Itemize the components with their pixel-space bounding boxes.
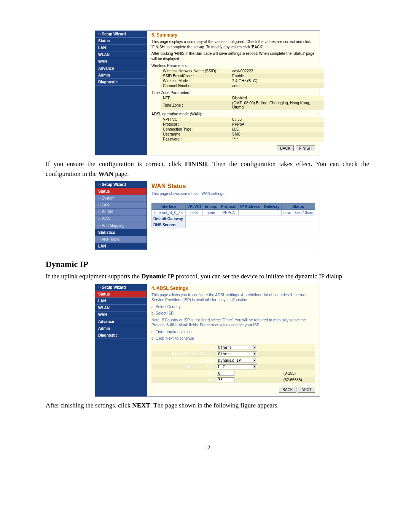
next-button[interactable]: NEXT <box>298 387 315 393</box>
sidebar-item[interactable]: Admin <box>95 72 147 79</box>
body-text: If the uplink equipment supports the Dyn… <box>46 272 369 281</box>
sidebar-subitem[interactable]: ›› ARP Table <box>95 236 147 243</box>
connection-type-select[interactable]: LLC <box>217 364 257 369</box>
step-text: c. Enter required values. <box>151 329 315 335</box>
section-heading: Wireless Parameters: <box>151 64 315 68</box>
sidebar-item-status[interactable]: Status <box>95 188 147 195</box>
step-text: b. Select ISP. <box>151 311 315 316</box>
wireless-params-table: Wireless Network Name (SSID) :adsl-00222… <box>161 69 324 88</box>
section-heading: ADSL operation mode (WAN): <box>151 112 315 116</box>
sidebar-subitem[interactable]: ›› System <box>95 195 147 202</box>
page-title: WAN Status <box>151 183 315 190</box>
protocol-select[interactable]: Dynamic IP <box>217 358 257 363</box>
adsl-form: Country Others Internet Service Provider… <box>151 344 315 383</box>
step-text: a. Select Country. <box>151 304 315 310</box>
sidebar-item[interactable]: Status <box>95 38 147 45</box>
sidebar: ›› Setup Wizard Status LAN WLAN WAN Adva… <box>95 284 147 396</box>
sidebar-item[interactable]: Advance <box>95 65 147 72</box>
sidebar-item[interactable]: ›› Setup Wizard <box>95 31 147 38</box>
page-number: 12 <box>46 444 369 451</box>
sidebar-subitem[interactable]: ›› WLAN <box>95 209 147 216</box>
screenshot-wan-status: ›› Setup Wizard Status ›› System ›› LAN … <box>95 181 320 250</box>
page-title: 4. ADSL Settings <box>151 286 315 291</box>
sidebar-item[interactable]: LAN <box>95 45 147 51</box>
screenshot-adsl-settings: ›› Setup Wizard Status LAN WLAN WAN Adva… <box>95 284 320 397</box>
table-row: Internet_R_0_35 0/35 none PPPoA down 0se… <box>152 209 315 216</box>
back-button[interactable]: BACK <box>279 387 296 393</box>
body-text: This page allows you to configure the AD… <box>151 292 315 303</box>
sidebar-item[interactable]: WAN <box>95 312 147 318</box>
sidebar-item[interactable]: ›› Setup Wizard <box>95 284 147 291</box>
country-select[interactable]: Others <box>217 345 257 350</box>
screenshot-summary: ›› Setup Wizard Status LAN WLAN WAN Adva… <box>95 30 320 155</box>
sidebar-item[interactable]: Statistics <box>95 229 147 236</box>
sidebar-item[interactable]: WLAN <box>95 305 147 312</box>
sidebar-item[interactable]: WLAN <box>95 51 147 58</box>
page-title: 5. Summary <box>151 32 315 38</box>
sidebar-item[interactable]: LAN <box>95 298 147 305</box>
sidebar-subitem[interactable]: ›› Port Mapping <box>95 222 147 229</box>
section-heading: Time Zone Parameters: <box>151 91 315 95</box>
summary-content: 5. Summary This page displays a summary … <box>147 31 320 155</box>
finish-button[interactable]: FINISH <box>296 145 315 151</box>
isp-select[interactable]: Others <box>217 351 257 356</box>
heading-dynamic-ip: Dynamic IP <box>46 259 369 269</box>
summary-text: After clicking 'FINISH' the Barricade wi… <box>151 51 315 61</box>
sidebar-item[interactable]: Status <box>95 291 147 298</box>
sidebar-subitem[interactable]: ›› LAN <box>95 202 147 209</box>
vpi-input[interactable]: 0 <box>217 371 234 376</box>
sidebar-item[interactable]: LAN <box>95 243 147 250</box>
back-button[interactable]: BACK <box>277 145 294 151</box>
body-text: If you ensure the configuration is corre… <box>46 159 369 179</box>
sidebar-item[interactable]: Diagnostic <box>95 332 147 339</box>
wan-status-table: Interface VPI/VCI Encap. Protocol IP Add… <box>151 203 315 228</box>
sidebar: ›› Setup Wizard Status ›› System ›› LAN … <box>95 181 147 250</box>
sidebar-subitem[interactable]: ›› WAN <box>95 216 147 222</box>
step-text: Note: If Country or ISP is not listed se… <box>151 318 315 328</box>
sidebar-item[interactable]: Diagnostic <box>95 79 147 86</box>
summary-text: This page displays a summary of the valu… <box>151 39 315 50</box>
body-text: After finishing the settings, click NEXT… <box>46 401 369 411</box>
sidebar-item[interactable]: Admin <box>95 325 147 332</box>
vci-input[interactable]: 35 <box>217 377 234 382</box>
adsl-content: 4. ADSL Settings This page allows you to… <box>147 284 320 396</box>
timezone-params-table: NTP :Disabled Time Zone :(GMT+08:00) Bei… <box>161 96 324 110</box>
page-subtitle: This page shows some basic WAN settings. <box>151 191 315 197</box>
sidebar-item[interactable]: Advance <box>95 318 147 325</box>
sidebar-item[interactable]: WAN <box>95 58 147 65</box>
wan-content: WAN Status This page shows some basic WA… <box>147 181 320 250</box>
adsl-params-table: VPI / VCI :0 / 35 Protocol :PPPoA Connec… <box>161 117 324 142</box>
step-text: d. Click 'Next' to continue <box>151 336 315 341</box>
sidebar-item[interactable]: ›› Setup Wizard <box>95 181 147 188</box>
sidebar: ›› Setup Wizard Status LAN WLAN WAN Adva… <box>95 31 147 155</box>
